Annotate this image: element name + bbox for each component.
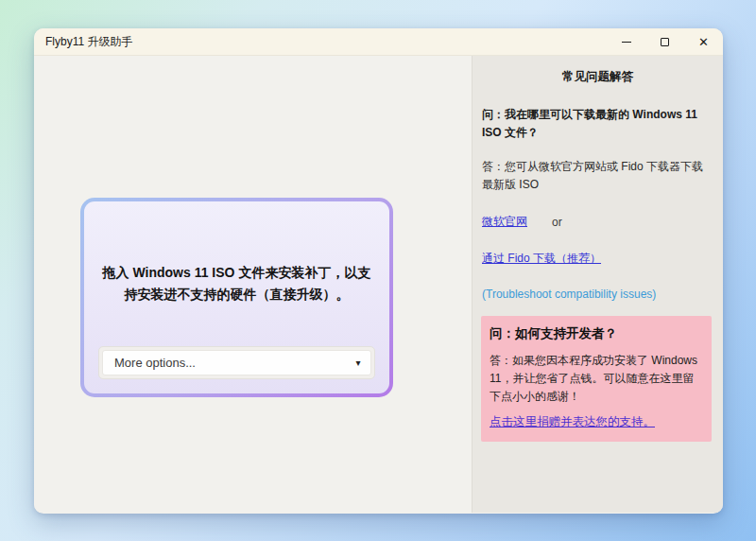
close-icon: ✕	[698, 36, 709, 48]
maximize-icon	[661, 38, 669, 46]
faq-support-answer: 答：如果您因本程序成功安装了 Windows 11，并让您省了点钱。可以随意在这…	[490, 352, 703, 405]
donate-link[interactable]: 点击这里捐赠并表达您的支持。	[490, 414, 655, 428]
main-panel: 拖入 Windows 11 ISO 文件来安装补丁，以支持安装进不支持的硬件（直…	[34, 56, 472, 513]
troubleshoot-link[interactable]: (Troubleshoot compatibility issues)	[482, 288, 656, 301]
dropdown-selected-value: More options...	[103, 356, 346, 370]
faq-download-question: 问：我在哪里可以下载最新的 Windows 11 ISO 文件？	[482, 106, 713, 141]
fido-download-link[interactable]: 通过 Fido 下载（推荐）	[482, 252, 601, 265]
close-button[interactable]: ✕	[684, 28, 723, 55]
dropzone-instruction: 拖入 Windows 11 ISO 文件来安装补丁，以支持安装进不支持的硬件（直…	[84, 262, 389, 305]
or-text: or	[552, 216, 562, 229]
download-links-row: 微软官网 or	[482, 214, 713, 230]
iso-dropzone[interactable]: 拖入 Windows 11 ISO 文件来安装补丁，以支持安装进不支持的硬件（直…	[84, 201, 389, 393]
faq-sidebar: 常见问题解答 问：我在哪里可以下载最新的 Windows 11 ISO 文件？ …	[472, 56, 723, 513]
window-title: Flyby11 升级助手	[45, 34, 607, 50]
faq-download-answer: 答：您可从微软官方网站或 Fido 下载器下载最新版 ISO	[482, 158, 713, 193]
fido-link-row: 通过 Fido 下载（推荐）	[482, 251, 713, 267]
window-content: 拖入 Windows 11 ISO 文件来安装补丁，以支持安装进不支持的硬件（直…	[34, 56, 723, 513]
titlebar[interactable]: Flyby11 升级助手 ✕	[34, 28, 723, 56]
app-window: Flyby11 升级助手 ✕ 拖入 Windows 11 ISO 文件来安装补丁…	[34, 28, 723, 514]
iso-dropzone-border: 拖入 Windows 11 ISO 文件来安装补丁，以支持安装进不支持的硬件（直…	[80, 198, 393, 397]
window-controls: ✕	[607, 28, 723, 55]
minimize-button[interactable]	[607, 28, 645, 55]
faq-support-question: 问：如何支持开发者？	[490, 325, 703, 342]
more-options-dropdown[interactable]: More options... ▾	[102, 350, 371, 375]
maximize-button[interactable]	[645, 28, 684, 55]
support-developer-box: 问：如何支持开发者？ 答：如果您因本程序成功安装了 Windows 11，并让您…	[481, 316, 712, 442]
microsoft-website-link[interactable]: 微软官网	[482, 214, 527, 230]
minimize-icon	[622, 42, 631, 43]
chevron-down-icon: ▾	[346, 358, 370, 368]
faq-title: 常见问题解答	[482, 69, 713, 85]
more-options-dropdown-frame: More options... ▾	[98, 346, 375, 379]
